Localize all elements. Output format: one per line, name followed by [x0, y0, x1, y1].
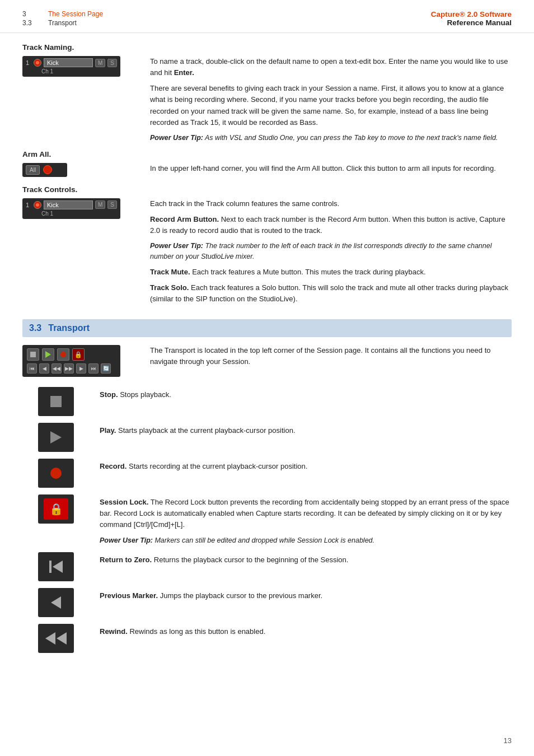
transport-widget: 🔒 ⏮ ◀ ◀◀ ▶▶ ▶ ⏭ 🔄 — [22, 345, 120, 377]
track-widget: 1 Kick M S Ch 1 — [22, 56, 120, 77]
session-lock-desc: Session Lock. The Record Lock button pre… — [100, 497, 512, 530]
track-controls-desc: Each track in the Track column features … — [150, 198, 512, 309]
brand-title: Capture® 2.0 Software — [431, 10, 512, 18]
section-33-num: 3.3 — [29, 323, 41, 333]
transport-loop-btn[interactable]: 🔄 — [101, 363, 111, 374]
chapter-line-2: 3.3 Transport — [22, 19, 103, 27]
track-ch-label: Ch 1 — [41, 68, 117, 74]
manual-title: Reference Manual — [431, 18, 512, 27]
track-controls-top-row: 1 Kick M S — [26, 200, 117, 209]
transport-record-btn[interactable] — [57, 348, 69, 361]
header-left: 3 The Session Page 3.3 Transport — [22, 10, 103, 27]
transport-rewind-row: Rewind. Rewinds as long as this button i… — [22, 622, 512, 653]
rtz-bold: Return to Zero. — [100, 556, 152, 564]
prev-marker-icon-box — [38, 588, 74, 617]
rtz-icon — [49, 561, 63, 573]
track-solo-desc: Track Solo. Each track features a Solo b… — [150, 282, 512, 305]
transport-lock-btn[interactable]: 🔒 — [72, 348, 85, 361]
rtz-icon-box — [38, 552, 74, 581]
track-controls-record-arm: Record Arm Button. Next to each track nu… — [150, 214, 512, 236]
track-naming-widget-col: 1 Kick M S Ch 1 — [22, 56, 140, 77]
transport-rewind-btn[interactable]: ◀◀ — [51, 363, 62, 374]
record-text: Starts recording at the current playback… — [129, 462, 307, 470]
transport-prev-marker-text: Previous Marker. Jumps the playback curs… — [100, 586, 512, 601]
play-icon — [50, 431, 62, 444]
transport-widget-col: 🔒 ⏮ ◀ ◀◀ ▶▶ ▶ ⏭ 🔄 — [22, 345, 140, 377]
record-icon-box — [38, 459, 74, 488]
transport-stop-row: Stop. Stops playback. — [22, 385, 512, 416]
track-rec-button[interactable] — [34, 59, 41, 67]
transport-overview-desc: The Transport is located in the top left… — [150, 345, 512, 372]
track-top-row: 1 Kick M S — [26, 58, 117, 67]
record-icon — [50, 468, 62, 479]
transport-stop-text: Stop. Stops playback. — [100, 385, 512, 400]
header-right: Capture® 2.0 Software Reference Manual — [431, 10, 512, 27]
transport-end-btn[interactable]: ⏭ — [88, 363, 99, 374]
lock-icon: 🔒 — [44, 498, 68, 520]
rewind-text: Rewinds as long as this button is enable… — [129, 627, 265, 636]
lock-icon-box: 🔒 — [38, 494, 74, 524]
transport-top-row: 🔒 — [27, 348, 116, 361]
stop-text: Stops playback. — [120, 390, 171, 399]
main-content: Track Naming. 1 Kick M S Ch 1 — [0, 43, 534, 674]
track-controls-num: 1 — [26, 202, 31, 208]
track-naming-row: 1 Kick M S Ch 1 To name a track, — [22, 56, 512, 143]
transport-lock-text: Session Lock. The Record Lock button pre… — [100, 492, 512, 545]
track-naming-desc-2: There are several benefits to giving eac… — [150, 83, 512, 128]
section-33-title: Transport — [48, 323, 90, 333]
track-controls-widget: 1 Kick M S Ch 1 — [22, 198, 120, 219]
arm-all-widget-col: All — [22, 163, 140, 177]
chapter-title-1: The Session Page — [48, 10, 103, 18]
arm-all-desc: In the upper left-hand corner, you will … — [150, 163, 512, 179]
chapter-num-2: 3.3 — [22, 19, 35, 27]
transport-lock-row: 🔒 Session Lock. The Record Lock button p… — [22, 492, 512, 545]
chapter-num-1: 3 — [22, 10, 35, 18]
rewind-icon-box — [38, 624, 74, 653]
transport-return-zero-btn[interactable]: ⏮ — [27, 363, 37, 374]
track-controls-solo-btn[interactable]: S — [107, 200, 117, 209]
transport-overview-text: The Transport is located in the top left… — [150, 345, 512, 367]
arm-all-widget: All — [22, 163, 67, 177]
transport-play-text: Play. Starts playback at the current pla… — [100, 421, 512, 436]
lock-power-tip: Power User Tip: Markers can still be edi… — [100, 535, 512, 546]
transport-lock-icon-col: 🔒 — [22, 492, 90, 524]
transport-record-row: Record. Starts recording at the current … — [22, 456, 512, 488]
track-controls-desc-1: Each track in the Track column features … — [150, 198, 512, 209]
prev-marker-text: Jumps the playback cursor to the previou… — [160, 591, 322, 600]
track-naming-label: Track Naming. — [22, 43, 512, 52]
rewind-icon — [45, 632, 67, 645]
prev-marker-bold: Previous Marker. — [100, 591, 158, 600]
record-bold: Record. — [100, 462, 127, 470]
track-controls-row: 1 Kick M S Ch 1 Each track in the Track … — [22, 198, 512, 309]
transport-rtz-icon-col — [22, 550, 90, 581]
transport-fwd-btn[interactable]: ▶ — [76, 363, 86, 374]
track-naming-desc-1: To name a track, double-click on the def… — [150, 56, 512, 78]
transport-stop-btn[interactable] — [27, 348, 39, 361]
stop-icon-box — [38, 387, 74, 416]
transport-prev-marker-btn[interactable]: ◀ — [39, 363, 49, 374]
track-controls-rec-btn[interactable] — [34, 201, 41, 209]
track-mute-btn[interactable]: M — [95, 59, 105, 67]
track-controls-mute-btn[interactable]: M — [95, 200, 105, 209]
transport-play-btn[interactable] — [42, 348, 54, 361]
track-controls-label: Track Controls. — [22, 185, 512, 194]
stop-bold: Stop. — [100, 390, 118, 399]
transport-ff-btn[interactable]: ▶▶ — [64, 363, 74, 374]
page-number: 13 — [504, 736, 512, 745]
track-controls-name[interactable]: Kick — [44, 200, 93, 209]
transport-rewind-text: Rewind. Rewinds as long as this button i… — [100, 622, 512, 637]
track-controls-power-tip: Power User Tip: The track number to the … — [150, 241, 512, 262]
rtz-text: Returns the playback cursor to the begin… — [154, 556, 349, 564]
transport-rewind-icon-col — [22, 622, 90, 653]
track-name-input[interactable]: Kick — [44, 58, 93, 67]
page-container: 3 The Session Page 3.3 Transport Capture… — [0, 0, 534, 756]
play-text: Starts playback at the current playback-… — [118, 426, 295, 435]
arm-all-rec-indicator — [43, 165, 52, 174]
arm-all-label: Arm All. — [22, 150, 512, 158]
track-solo-btn[interactable]: S — [107, 59, 117, 67]
arm-all-button[interactable]: All — [26, 165, 40, 175]
arm-all-row: All In the upper left-hand corner, you w… — [22, 163, 512, 179]
prev-marker-icon — [51, 596, 61, 609]
track-mute-desc: Track Mute. Each track features a Mute b… — [150, 267, 512, 278]
transport-rtz-text: Return to Zero. Returns the playback cur… — [100, 550, 512, 566]
